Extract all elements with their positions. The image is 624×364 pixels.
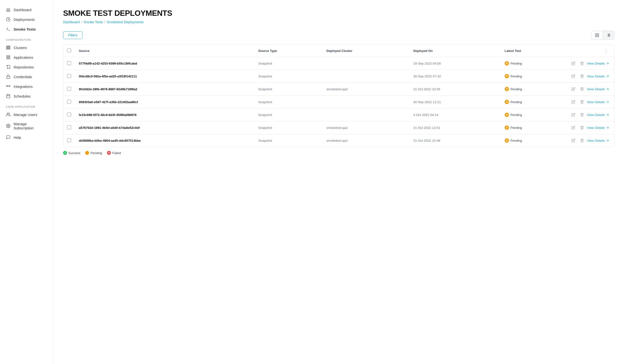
edit-button[interactable]: [570, 138, 577, 143]
pending-status-icon: ⏱: [505, 113, 509, 117]
edit-button[interactable]: [570, 125, 577, 130]
row-checkbox[interactable]: [67, 138, 71, 142]
sidebar-item-manage-subscription[interactable]: Manage Subscription: [0, 119, 53, 132]
pending-icon: [85, 151, 89, 155]
row-checkbox[interactable]: [67, 87, 71, 91]
delete-button[interactable]: [578, 112, 586, 118]
delete-button[interactable]: [578, 125, 586, 130]
sidebar-item-integrations[interactable]: Integrations: [0, 81, 53, 91]
table-row: 9fcbfd2e-28fb-4976-8997-82d9b719f9a2 Sna…: [63, 83, 614, 96]
sidebar-item-deployments[interactable]: Deployments: [0, 15, 53, 24]
view-details-link[interactable]: View Details: [587, 113, 609, 117]
sidebar-item-help[interactable]: Help: [0, 132, 53, 142]
row-latest-test: ⏱ Pending: [501, 108, 566, 121]
row-source-type: Snapshot: [255, 134, 323, 147]
pending-status-icon: ⏱: [505, 87, 509, 91]
breadcrumb-smoke-tests[interactable]: Smoke Tests: [83, 20, 103, 24]
list-view-button[interactable]: [603, 31, 614, 39]
row-checkbox[interactable]: [67, 74, 71, 78]
svg-point-18: [8, 126, 9, 127]
three-dots-button[interactable]: ⋮: [602, 48, 610, 53]
sidebar-item-schedules[interactable]: Schedules: [0, 91, 53, 101]
filters-button[interactable]: Filters: [63, 31, 82, 39]
row-checkbox-cell: [63, 134, 75, 147]
view-details-link[interactable]: View Details: [587, 100, 609, 104]
svg-rect-2: [6, 46, 10, 47]
legend-pending: Pending: [85, 151, 102, 155]
view-details-link[interactable]: View Details: [587, 139, 609, 142]
grid-view-button[interactable]: [592, 31, 603, 39]
row-deployed-on: 21 Oct 2022 10:48: [409, 134, 500, 147]
svg-rect-13: [6, 95, 10, 98]
row-source: a576702d-1991-4b0d-a0d0-b7da6e52c0df: [75, 121, 255, 134]
sidebar-item-manage-users[interactable]: Manage Users: [0, 110, 53, 119]
sidebar-item-label: Repositories: [14, 65, 34, 69]
repositories-icon: [6, 65, 11, 69]
row-source: dd3689ba-b0be-4804-aa45-ddc857514bbe: [75, 134, 255, 147]
row-actions-cell: View Details: [566, 121, 614, 134]
edit-button[interactable]: [570, 86, 577, 92]
view-details-link[interactable]: View Details: [587, 75, 609, 78]
legend-failed-label: Failed: [112, 151, 121, 155]
svg-rect-19: [595, 33, 597, 35]
select-all-checkbox[interactable]: [67, 49, 71, 52]
sidebar-item-label: Deployments: [14, 18, 35, 22]
view-details-link[interactable]: View Details: [587, 62, 609, 65]
row-checkbox[interactable]: [67, 126, 71, 129]
row-deployed-on: 30 Sep 2022 12:21: [409, 96, 500, 108]
row-source: 577f4df8-a142-4253-9399-b55c18ffcabd: [75, 57, 255, 70]
users-icon: [6, 112, 11, 117]
integrations-icon: [6, 84, 11, 89]
breadcrumb-dashboard[interactable]: Dashboard: [63, 20, 80, 24]
table-row: 0fdcd8c0-592a-4f5a-ad25-a3f19f142111 Sna…: [63, 70, 614, 83]
breadcrumb: Dashboard / Smoke Tests / Smoketest Depl…: [63, 20, 614, 24]
edit-button[interactable]: [570, 60, 577, 66]
schedules-icon: [6, 94, 11, 99]
row-checkbox[interactable]: [67, 113, 71, 116]
legend-success-label: Success: [68, 151, 80, 155]
sidebar-nav-cape: Manage Users Manage Subscription Help: [0, 110, 53, 142]
edit-button[interactable]: [570, 73, 577, 79]
row-deployed-on: 21 Oct 2022 12:41: [409, 121, 500, 134]
sidebar-item-applications[interactable]: Applications: [0, 52, 53, 62]
delete-button[interactable]: [578, 99, 586, 105]
table-row: fe15c698-5f72-46c9-8d3f-45f90a090876 Sna…: [63, 108, 614, 121]
latest-test-label: Pending: [510, 62, 522, 65]
view-details-link[interactable]: View Details: [587, 126, 609, 130]
source-id: a576702d-1991-4b0d-a0d0-b7da6e52c0df: [79, 126, 140, 130]
source-id: 577f4df8-a142-4253-9399-b55c18ffcabd: [79, 62, 137, 65]
page-title: SMOKE TEST DEPLOYMENTS: [63, 9, 614, 18]
row-latest-test: ⏱ Pending: [501, 121, 566, 134]
delete-button[interactable]: [578, 86, 586, 92]
breadcrumb-smoketest-deployments[interactable]: Smoketest Deployments: [107, 20, 144, 24]
gear-icon: [6, 124, 11, 128]
row-checkbox-cell: [63, 70, 75, 83]
row-actions-cell: View Details: [566, 96, 614, 108]
pending-status-icon: ⏱: [505, 138, 509, 143]
svg-rect-4: [6, 49, 10, 49]
edit-button[interactable]: [570, 112, 577, 118]
row-source-type: Snapshot: [255, 83, 323, 96]
table-body: 577f4df8-a142-4253-9399-b55c18ffcabd Sna…: [63, 57, 614, 147]
row-checkbox[interactable]: [67, 61, 71, 65]
delete-button[interactable]: [578, 138, 586, 143]
edit-button[interactable]: [570, 99, 577, 105]
sidebar-item-smoke-tests[interactable]: Smoke Tests: [0, 24, 53, 34]
sidebar-nav-config: Clusters Applications Repositories: [0, 43, 53, 101]
latest-test-label: Pending: [510, 139, 522, 142]
sidebar-item-credentials[interactable]: Credentials: [0, 72, 53, 81]
row-actions-cell: View Details: [566, 134, 614, 147]
sidebar-item-clusters[interactable]: Clusters: [0, 43, 53, 52]
row-source: 0fdcd8c0-592a-4f5a-ad25-a3f19f142111: [75, 70, 255, 83]
success-icon: [63, 151, 67, 155]
row-source: fe15c698-5f72-46c9-8d3f-45f90a090876: [75, 108, 255, 121]
source-id: dd3689ba-b0be-4804-aa45-ddc857514bbe: [79, 139, 141, 142]
row-actions-cell: View Details: [566, 57, 614, 70]
view-details-link[interactable]: View Details: [587, 87, 609, 91]
delete-button[interactable]: [578, 73, 586, 79]
delete-button[interactable]: [578, 60, 586, 66]
th-latest-test: Latest Test: [501, 45, 566, 57]
row-checkbox[interactable]: [67, 100, 71, 104]
sidebar-item-dashboard[interactable]: Dashboard: [0, 5, 53, 15]
sidebar-item-repositories[interactable]: Repositories: [0, 62, 53, 72]
